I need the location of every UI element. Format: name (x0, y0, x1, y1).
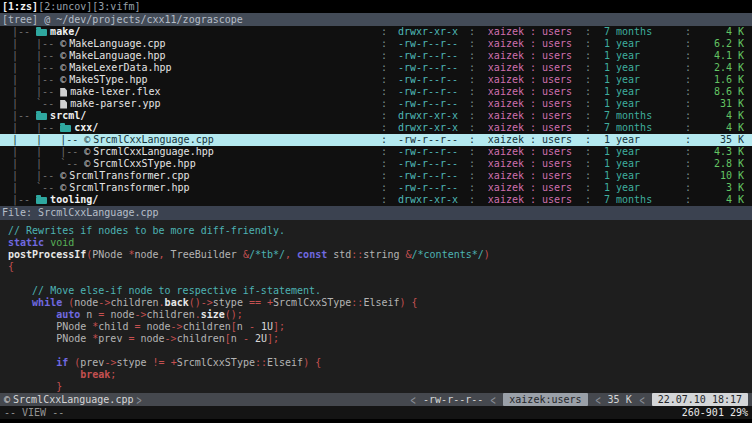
column-separator: : (678, 86, 698, 98)
file-name: SrcmlCxxLanguage.hpp (93, 146, 213, 158)
file-row[interactable]: | | |-- ©SrcmlCxxLanguage.cpp:-rw-r--r--… (0, 134, 752, 146)
column-separator: : (678, 38, 698, 50)
owner-group-separator: : (524, 194, 542, 205)
file-size: 4.3 K (698, 146, 746, 158)
file-row[interactable]: | |-- ©MakeLanguage.hpp:-rw-r--r--:xaize… (0, 50, 752, 62)
file-row[interactable]: | |-- cxx/:drwxr-xr-x:xaizek : users:7 m… (0, 122, 752, 134)
file-owner-cell: xaizek : users (482, 98, 578, 110)
code-token: n (231, 333, 243, 344)
file-group: users (542, 134, 572, 145)
file-name-cell: | `-- make-parser.ypp (6, 98, 374, 110)
code-token: -> (98, 297, 110, 308)
file-name-cell: | |-- ©MakeLanguage.cpp (6, 38, 374, 50)
code-token: // Rewrites if nodes to be more diff-fri… (8, 225, 285, 236)
folder-icon (36, 197, 47, 204)
file-row[interactable]: | `-- ©SrcmlTransformer.hpp:-rw-r--r--:x… (0, 182, 752, 194)
code-token: while (32, 297, 62, 308)
file-row[interactable]: |-- srcml/:drwxr-xr-x:xaizek : users:7 m… (0, 110, 752, 122)
tree-branch: | |-- (6, 122, 60, 134)
column-separator: : (374, 194, 394, 206)
file-name: srcml/ (50, 110, 86, 122)
file-row[interactable]: | | `-- ©SrcmlCxxSType.hpp:-rw-r--r--:xa… (0, 158, 752, 170)
file-owner-cell: xaizek : users (482, 50, 578, 62)
file-mtime: 1 year (598, 62, 678, 74)
tree-branch: | | |-- (6, 134, 84, 146)
file-row[interactable]: |-- make/:drwxr-xr-x:xaizek : users:7 mo… (0, 26, 752, 38)
code-token: -> (104, 357, 116, 368)
column-separator: : (678, 182, 698, 194)
tab-3-vifm[interactable]: [3:vifm] (92, 1, 140, 12)
owner-group-separator: : (524, 110, 542, 121)
status-size: 35 K (608, 393, 632, 406)
file-group: users (542, 194, 572, 205)
file-group: users (542, 146, 572, 157)
code-line: if (prev->stype != +SrcmlCxxSType::Elsei… (8, 357, 752, 369)
status-left: ©SrcmlCxxLanguage.cpp (4, 393, 142, 406)
code-token: node (134, 249, 158, 260)
file-row[interactable]: | `-- make-parser.ypp:-rw-r--r--:xaizek … (0, 98, 752, 110)
c-source-icon: © (60, 50, 66, 62)
file-row[interactable]: | |-- ©MakeSType.hpp:-rw-r--r--:xaizek :… (0, 74, 752, 86)
column-separator: : (374, 146, 394, 158)
column-separator: : (374, 50, 394, 62)
file-owner-cell: xaizek : users (482, 122, 578, 134)
column-separator: : (462, 74, 482, 86)
file-mtime: 7 months (598, 194, 678, 206)
code-token: children (177, 333, 225, 344)
column-separator: : (678, 74, 698, 86)
file-name-cell: |-- tooling/ (6, 194, 374, 206)
c-source-icon: © (84, 158, 90, 170)
file-row[interactable]: |-- tooling/:drwxr-xr-x:xaizek : users:7… (0, 194, 752, 206)
file-name: make-parser.ypp (70, 98, 160, 110)
column-separator: : (678, 170, 698, 182)
file-name: SrcmlTransformer.hpp (69, 182, 189, 194)
file-row[interactable]: | |-- ©MakeLexerData.hpp:-rw-r--r--:xaiz… (0, 62, 752, 74)
file-row[interactable]: | | |-- ©SrcmlCxxLanguage.hpp:-rw-r--r--… (0, 146, 752, 158)
file-owner: xaizek (488, 170, 524, 181)
column-separator: : (374, 134, 394, 146)
tree-branch: |-- (6, 26, 36, 38)
code-token: 1U (261, 321, 273, 332)
code-token: string (363, 249, 405, 260)
column-separator: : (578, 74, 598, 86)
file-mtime: 1 year (598, 86, 678, 98)
column-separator: : (678, 194, 698, 206)
code-token: stype (116, 357, 146, 368)
tab-1-zs[interactable]: [1:zs] (2, 1, 38, 12)
file-name: cxx/ (74, 122, 98, 134)
column-separator: : (374, 170, 394, 182)
file-row[interactable]: | |-- ©SrcmlTransformer.cpp:-rw-r--r--:x… (0, 170, 752, 182)
file-name-cell: |-- srcml/ (6, 110, 374, 122)
status-bar: ©SrcmlCxxLanguage.cpp -rw-r--r--xaizek:u… (0, 393, 752, 406)
tree-branch: | |-- (6, 50, 60, 62)
file-permissions: -rw-r--r-- (394, 182, 462, 194)
file-permissions: -rw-r--r-- (394, 50, 462, 62)
file-owner-cell: xaizek : users (482, 62, 578, 74)
file-name: MakeLanguage.cpp (69, 38, 165, 50)
code-token (8, 309, 56, 320)
file-name: make/ (50, 26, 80, 38)
file-owner-cell: xaizek : users (482, 86, 578, 98)
file-permissions: -rw-r--r-- (394, 86, 462, 98)
file-size: 31 K (698, 98, 746, 110)
status-perms: -rw-r--r-- (423, 393, 483, 406)
file-name: MakeLanguage.hpp (69, 50, 165, 62)
code-token: PNode (92, 249, 128, 260)
column-separator: : (578, 158, 598, 170)
file-row[interactable]: | |-- make-lexer.flex:-rw-r--r--:xaizek … (0, 86, 752, 98)
file-size: 2.8 K (698, 158, 746, 170)
code-token: == (249, 297, 261, 308)
file-name: tooling/ (50, 194, 98, 206)
file-row[interactable]: | |-- ©MakeLanguage.cpp:-rw-r--r--:xaize… (0, 38, 752, 50)
column-separator: : (462, 110, 482, 122)
tree-branch: |-- (6, 110, 36, 122)
code-preview-pane: // Rewrites if nodes to be more diff-fri… (0, 220, 752, 393)
code-token (8, 357, 56, 368)
tab-2-uncov[interactable]: [2:uncov] (38, 1, 92, 12)
chevron-right-icon (137, 390, 142, 409)
file-owner: xaizek (488, 26, 524, 37)
code-token: -> (134, 309, 146, 320)
column-separator: : (462, 98, 482, 110)
folder-icon (36, 29, 47, 36)
code-token: -> (165, 333, 177, 344)
